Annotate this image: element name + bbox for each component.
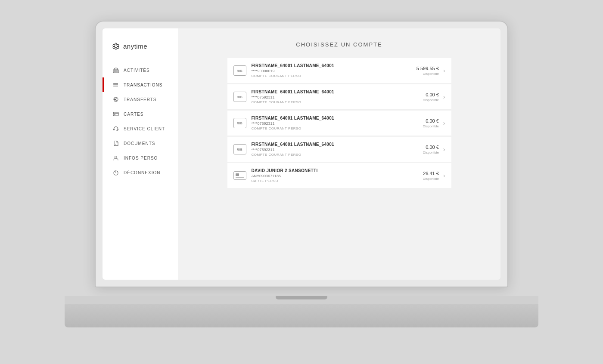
sidebar: anytime ACTIVITÉ	[103, 28, 178, 280]
account-status-5: Disponible	[423, 177, 438, 181]
account-item-3[interactable]: RIB FIRSTNAME_64001 LASTNAME_64001 ****0…	[227, 111, 451, 136]
account-balance-section-2: 0.00 € Disponible	[423, 92, 438, 102]
building-icon	[112, 67, 119, 74]
account-info-1: FIRSTNAME_64001 LASTNAME_64001 ****90000…	[252, 63, 417, 78]
laptop-hinge	[65, 296, 538, 304]
account-name-5: DAVID JUNIOR 2 SANSONETTI	[252, 168, 423, 173]
chevron-right-icon-3: ›	[443, 120, 445, 126]
svg-point-5	[113, 44, 115, 46]
power-icon	[112, 169, 119, 176]
account-item-4[interactable]: RIB FIRSTNAME_64001 LASTNAME_64001 ****0…	[227, 137, 451, 162]
sidebar-item-service-client-label: SERVICE CLIENT	[124, 126, 165, 131]
sidebar-item-documents[interactable]: DOCUMENTS	[103, 136, 178, 151]
anytime-logo-icon	[111, 41, 121, 51]
account-balance-section-3: 0.00 € Disponible	[423, 118, 438, 128]
svg-rect-19	[113, 112, 118, 116]
account-info-4: FIRSTNAME_64001 LASTNAME_64001 ****07592…	[252, 142, 423, 157]
main-content: CHOISISSEZ UN COMPTE RIB FIRSTNAME_64001…	[178, 28, 500, 280]
account-item-5[interactable]: DAVID JUNIOR 2 SANSONETTI ANY0903671185 …	[227, 163, 451, 188]
account-name-3: FIRSTNAME_64001 LASTNAME_64001	[252, 116, 423, 120]
sidebar-item-transactions-label: TRANSACTIONS	[124, 83, 162, 87]
account-balance-section-4: 0.00 € Disponible	[423, 145, 438, 154]
account-status-3: Disponible	[423, 124, 438, 128]
svg-rect-8	[115, 71, 116, 71]
account-type-4: COMPTE COURANT PERSO	[252, 153, 423, 157]
rib-icon-2: RIB	[233, 92, 246, 102]
card-nav-icon	[112, 111, 119, 117]
svg-rect-21	[114, 114, 115, 115]
sidebar-item-infos-perso[interactable]: INFOS PERSO	[103, 151, 178, 165]
account-status-4: Disponible	[423, 151, 438, 154]
svg-point-15	[113, 86, 114, 86]
rib-icon-3: RIB	[233, 118, 246, 128]
sidebar-item-activites[interactable]: ACTIVITÉS	[103, 63, 178, 77]
svg-point-27	[115, 156, 117, 158]
sidebar-item-service-client[interactable]: SERVICE CLIENT	[103, 121, 178, 136]
account-info-2: FIRSTNAME_64001 LASTNAME_64001 ****07592…	[252, 89, 423, 104]
account-balance-section-1: 5 599.55 € Disponible	[417, 66, 439, 76]
chevron-right-icon-4: ›	[443, 146, 445, 153]
account-type-3: COMPTE COURANT PERSO	[252, 126, 423, 130]
account-balance-section-5: 26.41 € Disponible	[423, 171, 438, 181]
sidebar-navigation: ACTIVITÉS	[103, 63, 178, 180]
headset-icon	[112, 125, 119, 132]
sidebar-item-activites-label: ACTIVITÉS	[124, 68, 150, 73]
account-name-4: FIRSTNAME_64001 LASTNAME_64001	[252, 142, 423, 147]
svg-point-4	[113, 46, 115, 49]
svg-point-13	[113, 83, 114, 84]
sidebar-item-transferts-label: TRANSFERTS	[124, 97, 157, 102]
account-type-5: CARTE PERSO	[252, 179, 423, 183]
sidebar-item-cartes-label: CARTES	[124, 112, 143, 117]
chevron-right-icon-2: ›	[443, 93, 445, 100]
svg-rect-7	[114, 71, 115, 71]
list-icon	[112, 81, 119, 88]
laptop-base	[65, 296, 538, 343]
svg-rect-22	[114, 129, 115, 130]
account-balance-3: 0.00 €	[426, 118, 439, 123]
card-icon-5	[233, 171, 246, 180]
accounts-list: RIB FIRSTNAME_64001 LASTNAME_64001 ****9…	[227, 58, 451, 188]
rib-icon-4: RIB	[233, 144, 246, 154]
sidebar-item-deconnexion-label: DÉCONNEXION	[124, 170, 160, 175]
sidebar-item-infos-perso-label: INFOS PERSO	[124, 156, 158, 160]
svg-point-2	[117, 46, 119, 49]
laptop-keyboard-base	[65, 304, 538, 327]
account-status-2: Disponible	[423, 98, 438, 102]
account-number-4: ****07592311	[252, 148, 423, 152]
account-balance-5: 26.41 €	[423, 171, 439, 176]
account-number-2: ****07592311	[252, 95, 423, 99]
account-status-1: Disponible	[423, 72, 438, 76]
chevron-right-icon-5: ›	[443, 172, 445, 179]
account-item-2[interactable]: RIB FIRSTNAME_64001 LASTNAME_64001 ****0…	[227, 84, 451, 110]
account-number-1: ****90000019	[252, 69, 417, 73]
laptop-notch	[276, 296, 327, 299]
person-icon	[112, 154, 119, 161]
svg-rect-23	[118, 129, 118, 130]
sidebar-item-transferts[interactable]: TRANSFERTS	[103, 92, 178, 107]
logo-text: anytime	[123, 43, 147, 50]
account-balance-1: 5 599.55 €	[417, 66, 439, 71]
account-balance-4: 0.00 €	[426, 145, 439, 150]
chevron-right-icon-1: ›	[443, 67, 445, 74]
logo-area: anytime	[103, 37, 178, 63]
account-type-2: COMPTE COURANT PERSO	[252, 100, 423, 104]
sidebar-item-cartes[interactable]: CARTES	[103, 107, 178, 121]
account-info-5: DAVID JUNIOR 2 SANSONETTI ANY0903671185 …	[252, 168, 423, 183]
account-item-1[interactable]: RIB FIRSTNAME_64001 LASTNAME_64001 ****9…	[227, 58, 451, 83]
svg-point-1	[117, 44, 119, 46]
svg-rect-9	[117, 71, 118, 71]
svg-point-14	[113, 84, 114, 85]
laptop-screen: anytime ACTIVITÉ	[95, 21, 508, 287]
account-balance-2: 0.00 €	[426, 92, 439, 97]
account-type-1: COMPTE COURANT PERSO	[252, 74, 417, 78]
page-title: CHOISISSEZ UN COMPTE	[296, 41, 382, 48]
document-icon	[112, 140, 119, 147]
sidebar-item-transactions[interactable]: TRANSACTIONS	[103, 77, 178, 92]
sidebar-item-deconnexion[interactable]: DÉCONNEXION	[103, 165, 178, 180]
svg-point-0	[115, 43, 117, 45]
account-info-3: FIRSTNAME_64001 LASTNAME_64001 ****07592…	[252, 116, 423, 130]
account-number-3: ****07592311	[252, 121, 423, 126]
account-name-2: FIRSTNAME_64001 LASTNAME_64001	[252, 89, 423, 94]
svg-point-3	[115, 47, 117, 49]
rib-icon-1: RIB	[233, 65, 246, 76]
